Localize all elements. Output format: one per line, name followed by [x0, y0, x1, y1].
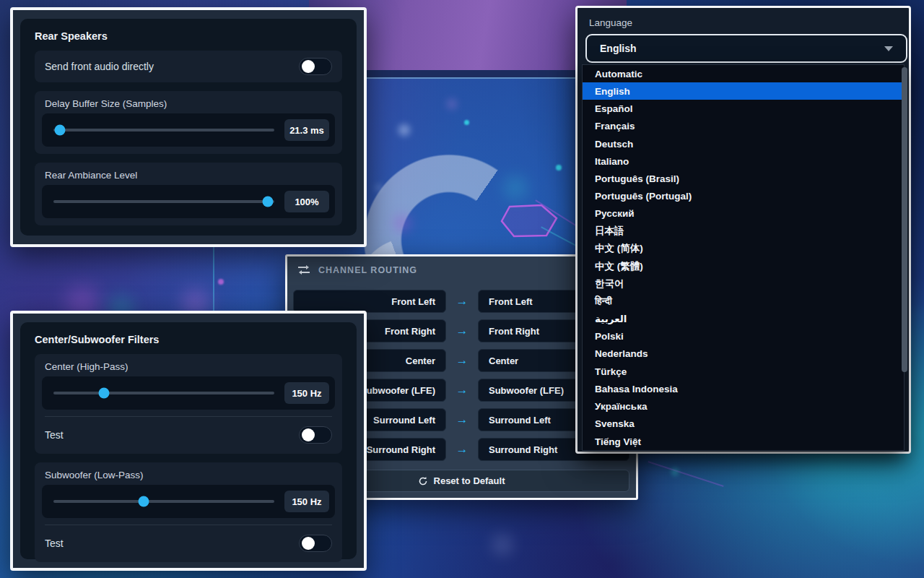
- bokeh-dot: [556, 165, 562, 171]
- rear-speakers-title: Rear Speakers: [35, 30, 342, 42]
- slider-track[interactable]: [53, 500, 274, 503]
- routing-arrow-icon: →: [446, 413, 478, 427]
- routing-arrow-icon: →: [446, 353, 478, 368]
- swap-arrows-icon: [297, 264, 311, 275]
- dropdown-scrollbar[interactable]: [902, 67, 907, 372]
- language-window: Language English Automatic English Españ…: [575, 6, 911, 454]
- language-select[interactable]: English: [585, 34, 907, 63]
- divider: [45, 525, 332, 525]
- slider-thumb[interactable]: [55, 125, 66, 136]
- routing-arrow-icon: →: [446, 442, 478, 457]
- language-option[interactable]: 日本語: [583, 223, 904, 240]
- subwoofer-test-toggle[interactable]: [299, 535, 332, 552]
- slider-track[interactable]: [53, 392, 274, 394]
- bokeh-dot: [448, 100, 456, 108]
- center-test-toggle[interactable]: [299, 426, 332, 444]
- center-subwoofer-card: Center/Subwoofer Filters Center (High-Pa…: [20, 322, 357, 559]
- desktop-background: CHANNEL ROUTING Front Left → Front Left …: [0, 0, 924, 578]
- routing-source-button[interactable]: Front Left: [293, 290, 446, 313]
- language-label: Language: [589, 17, 632, 28]
- divider: [45, 416, 332, 417]
- routing-arrow-icon: →: [446, 294, 478, 309]
- language-option[interactable]: Español: [583, 100, 904, 117]
- language-dropdown: Automatic English Español Français Deuts…: [582, 64, 905, 451]
- language-option[interactable]: Nederlands: [583, 345, 904, 363]
- routing-arrow-icon: →: [446, 324, 478, 338]
- slider-thumb[interactable]: [99, 388, 110, 399]
- delay-buffer-section: Delay Buffer Size (Samples) 21.3 ms: [35, 91, 342, 154]
- send-front-audio-row: Send front audio directly: [35, 51, 342, 82]
- language-option[interactable]: English: [583, 82, 904, 100]
- language-option[interactable]: Русский: [583, 205, 904, 223]
- center-subwoofer-window: Center/Subwoofer Filters Center (High-Pa…: [10, 311, 367, 571]
- bokeh-dot: [375, 184, 383, 191]
- center-subwoofer-title: Center/Subwoofer Filters: [35, 334, 342, 345]
- chevron-down-icon: [884, 46, 893, 51]
- subwoofer-lowpass-label: Subwoofer (Low-Pass): [45, 470, 332, 480]
- rear-ambiance-label: Rear Ambiance Level: [45, 170, 332, 181]
- bokeh-dot: [503, 176, 528, 200]
- language-option[interactable]: العربية: [583, 310, 904, 327]
- channel-routing-title: CHANNEL ROUTING: [318, 265, 417, 275]
- center-highpass-label: Center (High-Pass): [45, 361, 332, 372]
- reset-icon: [418, 476, 428, 486]
- language-option[interactable]: Bahasa Indonesia: [583, 380, 904, 397]
- language-option[interactable]: Français: [583, 118, 904, 135]
- bokeh-dot: [398, 124, 410, 136]
- rear-ambiance-slider: 100%: [42, 185, 335, 218]
- language-option[interactable]: Tiếng Việt: [583, 433, 904, 450]
- send-front-audio-label: Send front audio directly: [45, 61, 154, 72]
- slider-track[interactable]: [53, 129, 274, 131]
- subwoofer-test-row: Test: [42, 532, 335, 555]
- routing-arrow-icon: →: [446, 383, 478, 397]
- language-option[interactable]: 中文 (繁體): [583, 258, 904, 275]
- subwoofer-lowpass-section: Subwoofer (Low-Pass) 150 Hz Test: [35, 462, 342, 562]
- language-option[interactable]: Português (Brasil): [583, 170, 904, 187]
- bokeh-dot: [464, 120, 469, 125]
- center-highpass-section: Center (High-Pass) 150 Hz Test: [35, 354, 342, 454]
- bokeh-dot: [393, 215, 411, 232]
- subwoofer-lowpass-slider: 150 Hz: [42, 485, 335, 518]
- delay-buffer-slider: 21.3 ms: [42, 113, 335, 147]
- delay-buffer-value: 21.3 ms: [284, 119, 329, 141]
- language-option[interactable]: 한국어: [583, 275, 904, 293]
- language-selected-value: English: [600, 43, 884, 54]
- wallpaper-circuit-line: [213, 247, 214, 311]
- rear-speakers-card: Rear Speakers Send front audio directly …: [20, 19, 357, 236]
- subwoofer-lowpass-value: 150 Hz: [284, 491, 329, 512]
- reset-to-default-label: Reset to Default: [434, 475, 505, 486]
- bokeh-dot: [492, 535, 513, 555]
- toggle-knob: [302, 60, 315, 73]
- slider-thumb[interactable]: [262, 197, 273, 207]
- toggle-knob: [302, 428, 315, 441]
- rear-ambiance-value: 100%: [284, 191, 329, 212]
- language-option[interactable]: Türkçe: [583, 363, 904, 380]
- center-highpass-value: 150 Hz: [284, 382, 329, 404]
- center-test-row: Test: [42, 423, 335, 447]
- language-option[interactable]: Automatic: [583, 65, 904, 82]
- language-option[interactable]: हिन्दी: [583, 293, 904, 310]
- language-option[interactable]: Italiano: [583, 152, 904, 170]
- rear-speakers-window: Rear Speakers Send front audio directly …: [10, 7, 367, 247]
- language-option[interactable]: 中文 (简体): [583, 240, 904, 257]
- slider-track[interactable]: [53, 200, 274, 203]
- bokeh-dot: [671, 468, 679, 475]
- wallpaper-circuit-line: [648, 461, 723, 487]
- delay-buffer-label: Delay Buffer Size (Samples): [45, 98, 332, 109]
- subwoofer-test-label: Test: [45, 538, 64, 549]
- language-option[interactable]: Svenska: [583, 415, 904, 433]
- bokeh-dot: [218, 279, 224, 285]
- wallpaper-hexagon: [500, 204, 559, 238]
- language-option[interactable]: Українська: [583, 397, 904, 415]
- rear-ambiance-section: Rear Ambiance Level 100%: [35, 163, 342, 225]
- send-front-audio-toggle[interactable]: [299, 58, 332, 75]
- slider-thumb[interactable]: [139, 496, 149, 507]
- language-option[interactable]: Polski: [583, 328, 904, 345]
- language-option[interactable]: Português (Portugal): [583, 188, 904, 205]
- language-option[interactable]: Deutsch: [583, 135, 904, 152]
- center-test-label: Test: [45, 429, 64, 441]
- toggle-knob: [302, 537, 315, 550]
- center-highpass-slider: 150 Hz: [42, 376, 335, 410]
